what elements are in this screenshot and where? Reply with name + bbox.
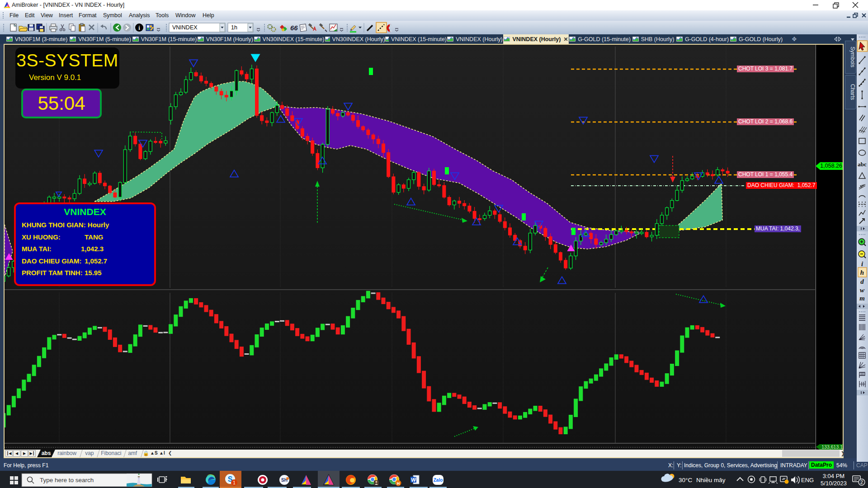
svg-text:1h: 1h [231,24,237,31]
svg-text:2: 2 [860,479,863,485]
svg-text:H: H [397,481,400,486]
svg-text:i: i [861,260,863,267]
svg-text:m: m [859,295,865,302]
svg-text:Type here to search: Type here to search [40,477,94,483]
svg-text:h: h [860,269,864,276]
svg-text:66: 66 [290,24,298,32]
svg-text:Nhiều mây: Nhiều mây [696,477,726,483]
svg-text:5/10/2023: 5/10/2023 [821,480,847,487]
svg-text:VNINDEX: VNINDEX [172,24,198,31]
svg-text:3:04 PM: 3:04 PM [823,473,844,479]
svg-text:i: i [138,24,140,31]
svg-text:d: d [860,278,864,285]
svg-text:Zalo: Zalo [434,478,443,483]
svg-text:1: 1 [233,480,236,485]
svg-text:abc: abc [858,161,867,168]
svg-text:w: w [860,286,865,294]
svg-text:30°C: 30°C [679,477,692,483]
svg-text:ENG: ENG [801,477,814,483]
